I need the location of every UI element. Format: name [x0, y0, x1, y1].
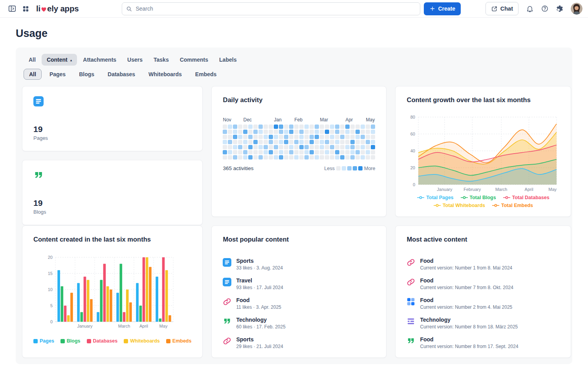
content-title[interactable]: Food [420, 336, 518, 343]
heatmap-legend: Less More [324, 166, 376, 171]
heatmap-cell [366, 150, 370, 154]
heatmap-cell [361, 135, 365, 139]
subtab-whiteboards[interactable]: Whiteboards [143, 69, 187, 80]
legend-item[interactable]: Total Pages [417, 195, 453, 200]
notifications-button[interactable] [523, 2, 537, 15]
content-title[interactable]: Sports [236, 258, 283, 264]
heatmap-cell [238, 150, 242, 154]
active-content-item[interactable]: FoodCurrent version: Number 8 from 17. S… [407, 334, 560, 351]
tab-all[interactable]: All [24, 54, 41, 66]
logo[interactable]: li ely apps [36, 4, 79, 13]
tab-users[interactable]: Users [122, 54, 148, 66]
tab-content[interactable]: Content▴ [42, 54, 77, 66]
app-switcher-button[interactable] [19, 2, 32, 15]
subtab-databases[interactable]: Databases [102, 69, 141, 80]
legend-label: Total Pages [426, 195, 453, 200]
heatmap-cell [228, 140, 232, 144]
active-content-item[interactable]: FoodCurrent version: Number 2 from 4. Ma… [407, 295, 560, 312]
bar [146, 257, 148, 322]
legend-item[interactable]: Blogs [60, 338, 81, 344]
heatmap-cell [310, 125, 314, 129]
list-item-text: TechnologyCurrent version: Number 8 from… [420, 317, 518, 330]
content-title[interactable]: Technology [236, 317, 285, 323]
heatmap-cell [350, 140, 355, 144]
bar [61, 286, 64, 322]
legend-scale-cell [347, 166, 352, 170]
sidebar-toggle-button[interactable] [5, 2, 19, 15]
growth-chart-legend: Total PagesTotal BlogsTotal DatabasesTot… [412, 195, 554, 208]
legend-item[interactable]: Total Databases [503, 195, 550, 200]
tab-labels[interactable]: Labels [214, 54, 242, 66]
content-title[interactable]: Food [420, 277, 513, 284]
heatmap-cell [315, 125, 319, 129]
heatmap-cell [253, 140, 258, 144]
active-content-item[interactable]: TechnologyCurrent version: Number 8 from… [407, 315, 560, 332]
content-meta: Current version: Number 8 from 18. März … [420, 324, 518, 330]
content-title[interactable]: Technology [420, 317, 518, 323]
popular-content-item[interactable]: Travel93 likes · 17. Juli 2024 [223, 275, 375, 292]
chat-button[interactable]: Chat [485, 2, 518, 15]
heatmap-cell [284, 145, 288, 149]
heatmap-cell [269, 135, 273, 139]
legend-item[interactable]: Embeds [166, 338, 192, 344]
list-item-text: FoodCurrent version: Number 7 from 8. Ok… [420, 277, 513, 290]
popular-content-item[interactable]: Food11 likes · 3. Apr. 2025 [223, 295, 375, 312]
active-content-item[interactable]: FoodCurrent version: Number 1 from 8. Ma… [407, 256, 560, 273]
content-created-card: Content created in the last six months 0… [22, 225, 203, 358]
bar [126, 290, 129, 322]
tab-attachments[interactable]: Attachments [78, 54, 121, 66]
heatmap-cell [355, 130, 360, 134]
heatmap-cell [310, 155, 314, 159]
create-button[interactable]: Create [424, 2, 461, 15]
heatmap-cell [294, 155, 299, 159]
legend-item[interactable]: Databases [87, 338, 118, 344]
subtab-embeds[interactable]: Embeds [190, 69, 222, 80]
legend-item[interactable]: Whiteboards [124, 338, 160, 344]
heatmap-cell [325, 135, 329, 139]
heatmap-cell [228, 135, 232, 139]
search-input[interactable] [122, 2, 420, 15]
content-title[interactable]: Food [420, 297, 512, 303]
heatmap-cell [294, 150, 299, 154]
tab-tasks[interactable]: Tasks [148, 54, 174, 66]
content-title[interactable]: Food [420, 258, 512, 264]
page-icon [33, 96, 44, 106]
subtab-pages[interactable]: Pages [44, 69, 71, 80]
blog-quote-icon [223, 317, 231, 326]
content-title[interactable]: Travel [236, 277, 283, 284]
heatmap-cell [325, 145, 329, 149]
heatmap-cell [345, 145, 350, 149]
heatmap-cell [238, 140, 242, 144]
svg-text:February: February [464, 187, 482, 192]
tab-comments[interactable]: Comments [175, 54, 213, 66]
legend-label: Total Whiteboards [443, 203, 485, 208]
settings-button[interactable] [553, 2, 566, 15]
subtab-blogs[interactable]: Blogs [73, 69, 100, 80]
logo-text-post: ely apps [47, 4, 79, 13]
subtab-all[interactable]: All [24, 69, 42, 80]
legend-item[interactable]: Total Whiteboards [434, 203, 485, 208]
content-title[interactable]: Food [236, 297, 281, 303]
svg-text:60: 60 [410, 132, 415, 136]
legend-item[interactable]: Total Blogs [461, 195, 496, 200]
bar [67, 315, 70, 322]
heatmap-cell [361, 145, 365, 149]
help-button[interactable] [538, 2, 551, 15]
legend-item[interactable]: Total Embeds [492, 203, 533, 208]
svg-text:March: March [118, 324, 130, 328]
daily-activity-heatmap [223, 125, 375, 159]
popular-content-item[interactable]: Technology60 likes · 17. Feb. 2025 [223, 315, 375, 332]
heatmap-cell [366, 135, 370, 139]
popular-content-item[interactable]: Sports29 likes · 21. Juli 2024 [223, 334, 375, 351]
heatmap-cell [304, 140, 309, 144]
avatar[interactable] [571, 3, 583, 15]
content-title[interactable]: Sports [236, 336, 283, 343]
legend-item[interactable]: Pages [33, 338, 54, 344]
heatmap-cell [294, 130, 299, 134]
heatmap-cell [366, 140, 370, 144]
heatmap-cell [248, 150, 253, 154]
legend-label: Total Embeds [501, 203, 533, 208]
popular-content-item[interactable]: Sports33 likes · 3. Aug. 2024 [223, 256, 375, 273]
active-content-item[interactable]: FoodCurrent version: Number 7 from 8. Ok… [407, 275, 560, 292]
heatmap-cell [264, 150, 268, 154]
